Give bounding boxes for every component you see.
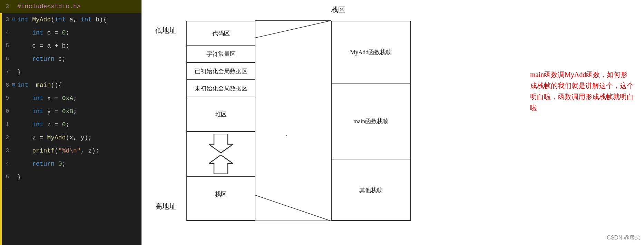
line-content-11: int z = 0; bbox=[16, 118, 142, 131]
code-line-13: 3 printf("%d\n", z); bbox=[0, 144, 142, 157]
line-num-2: 2 bbox=[0, 0, 11, 13]
code-line-6: 6 return c; bbox=[0, 52, 142, 66]
line-num-7: 7 bbox=[0, 66, 11, 79]
right-description: main函数调MyAdd函数，如何形成栈帧的我们就是讲解这个，这个明白啦，函数调… bbox=[530, 69, 634, 113]
line-num-4: 4 bbox=[0, 26, 11, 39]
code-line-9: 9 int x = 0xA; bbox=[0, 92, 142, 105]
stack-myadd: MyAdd函数栈帧 bbox=[332, 21, 410, 84]
line-content-14: return 0; bbox=[16, 157, 142, 170]
code-line-11: 1 int z = 0; bbox=[0, 118, 142, 131]
code-line-4: 4 int c = 0; bbox=[0, 26, 142, 39]
line-content-4: int c = 0; bbox=[16, 26, 142, 39]
line-marker-3: ⊟ bbox=[11, 13, 16, 26]
line-content-15: } bbox=[16, 170, 142, 184]
stack-other: 其他栈帧 bbox=[332, 159, 410, 221]
line-content-2: #include<stdio.h> bbox=[16, 0, 142, 13]
line-num-3: 3 bbox=[0, 13, 11, 26]
arrow-down-icon bbox=[209, 134, 233, 153]
svg-line-7 bbox=[255, 195, 331, 221]
line-content-5: c = a + b; bbox=[16, 39, 142, 52]
diagram: 低地址 高地址 栈区 代码区 字符常量区 已初始化全局数据区 未初始化全局数据区… bbox=[148, 10, 459, 235]
code-line-16: - bbox=[0, 184, 142, 197]
line-content-7: } bbox=[16, 66, 142, 79]
high-address-label: 高地址 bbox=[155, 202, 176, 211]
arrow-up-icon bbox=[209, 155, 233, 174]
stack-column: MyAdd函数栈帧 main函数栈帧 其他栈帧 bbox=[331, 21, 411, 221]
code-line-5: 5 c = a + b; bbox=[0, 39, 142, 52]
line-content-6: return c; bbox=[16, 52, 142, 66]
stack-main: main函数栈帧 bbox=[332, 84, 410, 159]
mem-section-heap: 堆区 bbox=[187, 97, 255, 132]
svg-line-6 bbox=[255, 21, 331, 38]
line-num-8: 8 bbox=[0, 79, 11, 92]
line-num-13: 3 bbox=[0, 144, 11, 157]
line-content-3: int MyAdd(int a, int b){ bbox=[16, 13, 142, 26]
line-num-10: 0 bbox=[0, 105, 11, 118]
code-line-12: 2 z = MyAdd(x, y); bbox=[0, 131, 142, 144]
code-line-3: 3 ⊟ int MyAdd(int a, int b){ bbox=[0, 13, 142, 26]
line-num-15: 5 bbox=[0, 170, 11, 184]
code-line-10: 0 int y = 0xB; bbox=[0, 105, 142, 118]
mem-section-stack: 栈区 bbox=[187, 177, 255, 211]
stack-top-label: 栈区 bbox=[331, 5, 345, 14]
line-num-14: 4 bbox=[0, 157, 11, 170]
line-num-5: 5 bbox=[0, 39, 11, 52]
line-num-6: 6 bbox=[0, 52, 11, 66]
code-line-include: 2 #include<stdio.h> bbox=[0, 0, 142, 13]
low-address-label: 低地址 bbox=[155, 26, 176, 35]
svg-marker-0 bbox=[209, 134, 233, 153]
line-content-8: int main(){ bbox=[16, 79, 142, 92]
code-line-14: 4 return 0; bbox=[0, 157, 142, 170]
mem-section-global-init: 已初始化全局数据区 bbox=[187, 63, 255, 80]
mem-section-code: 代码区 bbox=[187, 21, 255, 46]
code-line-8: 8 ⊟ int main(){ bbox=[0, 79, 142, 92]
line-content-12: z = MyAdd(x, y); bbox=[16, 131, 142, 144]
line-num-16: - bbox=[0, 184, 11, 197]
line-marker-8: ⊟ bbox=[11, 79, 16, 92]
mem-arrows bbox=[187, 132, 255, 177]
line-content-9: int x = 0xA; bbox=[16, 92, 142, 105]
dot-label: . bbox=[285, 131, 289, 138]
line-num-9: 9 bbox=[0, 92, 11, 105]
mem-section-str: 字符常量区 bbox=[187, 46, 255, 63]
line-content-10: int y = 0xB; bbox=[16, 105, 142, 118]
code-line-15: 5 } bbox=[0, 170, 142, 184]
line-num-12: 2 bbox=[0, 131, 11, 144]
code-panel: 2 #include<stdio.h> 3 ⊟ int MyAdd(int a,… bbox=[0, 0, 142, 245]
mem-section-global-uninit: 未初始化全局数据区 bbox=[187, 80, 255, 97]
watermark: CSDN @爬弟 bbox=[607, 234, 641, 242]
mem-column: 代码区 字符常量区 已初始化全局数据区 未初始化全局数据区 堆区 栈区 bbox=[186, 21, 255, 221]
line-content-13: printf("%d\n", z); bbox=[16, 144, 142, 157]
line-num-11: 1 bbox=[0, 118, 11, 131]
code-line-7: 7 } bbox=[0, 66, 142, 79]
svg-marker-1 bbox=[209, 155, 233, 174]
